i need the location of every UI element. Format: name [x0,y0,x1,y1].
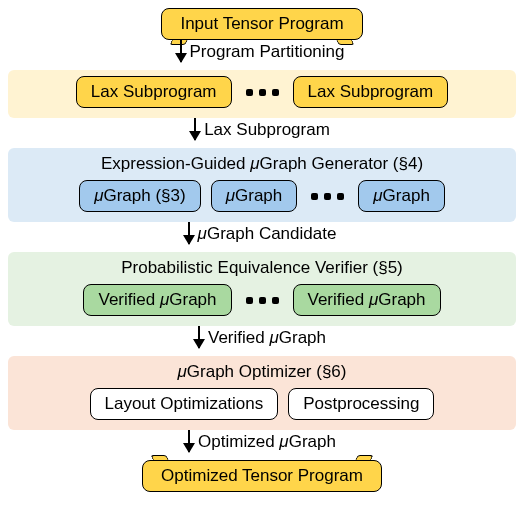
band-lax-subprograms: Lax Subprogram Lax Subprogram [8,70,516,118]
text: Graph [289,432,336,451]
mu-icon: μ [226,186,235,205]
lax-subprogram-box-right: Lax Subprogram [293,76,449,108]
text: Layout Optimizations [105,394,264,413]
mugraph-box-1: μGraph (§3) [79,180,201,212]
optimizer-title: μGraph Optimizer (§6) [178,362,347,382]
mu-icon: μ [178,362,187,381]
mu-icon: μ [198,224,207,243]
arrow-icon [198,326,200,348]
optimizer-row: Layout Optimizations Postprocessing [90,388,435,420]
arrow-icon [188,430,190,452]
arrow-label: Optimized μGraph [198,430,336,452]
text: Verified [308,290,369,309]
lax-subprogram-label: Lax Subprogram [91,82,217,101]
mu-icon: μ [279,432,288,451]
band-graph-generator: Expression-Guided μGraph Generator (§4) … [8,148,516,222]
arrow-icon [188,222,190,244]
text: Graph Candidate [207,224,336,243]
text: Graph Generator (§4) [260,154,423,173]
text: Graph (§3) [103,186,185,205]
text: Verified [208,328,269,347]
text: Graph [378,290,425,309]
optimized-tensor-label: Optimized Tensor Program [161,466,363,485]
arrow-icon [194,118,196,140]
mugraph-box-2: μGraph [211,180,298,212]
lax-row: Lax Subprogram Lax Subprogram [76,76,448,108]
arrow-lax-subprogram: Lax Subprogram [194,118,330,148]
band-graph-optimizer: μGraph Optimizer (§6) Layout Optimizatio… [8,356,516,430]
mu-icon: μ [369,290,378,309]
input-tensor-box: Input Tensor Program [161,8,362,40]
text: Graph [169,290,216,309]
arrow-optimized-mugraph: Optimized μGraph [188,430,336,460]
mu-icon: μ [250,154,259,173]
band-equivalence-verifier: Probabilistic Equivalence Verifier (§5) … [8,252,516,326]
ellipsis-icon [307,193,348,200]
arrow-label: μGraph Candidate [198,222,337,244]
verifier-title: Probabilistic Equivalence Verifier (§5) [121,258,403,278]
mugraph-row: μGraph (§3) μGraph μGraph [79,180,445,212]
arrow-icon [180,40,182,62]
mu-icon: μ [160,290,169,309]
text: Verified [98,290,159,309]
text: Expression-Guided [101,154,250,173]
optimized-tensor-box: Optimized Tensor Program [142,460,382,492]
diagram-root: Input Tensor Program Program Partitionin… [8,8,516,492]
text: Graph Optimizer (§6) [187,362,347,381]
text: Graph [235,186,282,205]
text: Graph [279,328,326,347]
mugraph-box-3: μGraph [358,180,445,212]
arrow-verified-mugraph: Verified μGraph [198,326,326,356]
arrow-label: Program Partitioning [190,40,345,62]
arrow-label: Verified μGraph [208,326,326,348]
verified-row: Verified μGraph Verified μGraph [83,284,440,316]
lax-subprogram-box-left: Lax Subprogram [76,76,232,108]
postprocessing-box: Postprocessing [288,388,434,420]
arrow-label: Lax Subprogram [204,118,330,140]
layout-optimizations-box: Layout Optimizations [90,388,279,420]
verified-mugraph-box-right: Verified μGraph [293,284,441,316]
mu-icon: μ [373,186,382,205]
graph-generator-title: Expression-Guided μGraph Generator (§4) [101,154,423,174]
input-tensor-label: Input Tensor Program [180,14,343,33]
text: Optimized [198,432,279,451]
arrow-program-partitioning: Program Partitioning [180,40,345,70]
arrow-graph-candidate: μGraph Candidate [188,222,337,252]
text: Graph [383,186,430,205]
lax-subprogram-label: Lax Subprogram [308,82,434,101]
ellipsis-icon [242,297,283,304]
ellipsis-icon [242,89,283,96]
mu-icon: μ [269,328,278,347]
verified-mugraph-box-left: Verified μGraph [83,284,231,316]
text: Postprocessing [303,394,419,413]
